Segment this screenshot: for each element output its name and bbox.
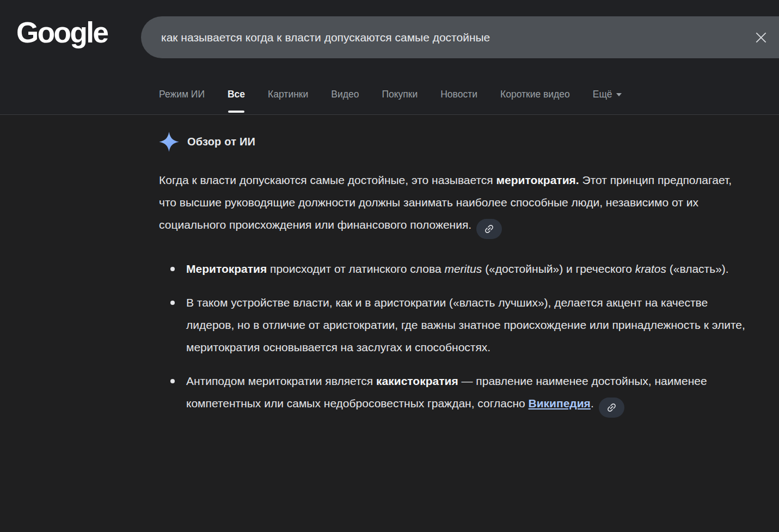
overview-paragraph: Когда к власти допускаются самые достойн…: [159, 169, 735, 239]
source-link-chip[interactable]: [599, 398, 624, 418]
source-link-chip[interactable]: [476, 219, 502, 239]
latin-term: meritus: [444, 262, 482, 275]
tab-videos[interactable]: Видео: [331, 88, 359, 114]
search-query-text[interactable]: как называется когда к власти допускаютс…: [141, 31, 490, 44]
tab-short-videos[interactable]: Короткие видео: [500, 88, 570, 114]
ai-overview-title: Обзор от ИИ: [187, 136, 255, 148]
bullet-bold-term: Меритократия: [186, 262, 267, 275]
link-icon: [603, 400, 619, 416]
tab-ai-mode[interactable]: Режим ИИ: [159, 88, 205, 114]
chevron-down-icon: [616, 93, 622, 96]
paragraph-text: Когда к власти допускаются самые достойн…: [159, 174, 496, 186]
search-box[interactable]: как называется когда к власти допускаютс…: [141, 16, 779, 58]
tab-more[interactable]: Ещё: [593, 88, 622, 114]
link-icon: [481, 221, 498, 237]
tab-news[interactable]: Новости: [440, 88, 477, 114]
search-tabs: Режим ИИ Все Картинки Видео Покупки Ново…: [159, 88, 622, 114]
paragraph-bold-term: меритократия.: [496, 174, 579, 186]
overview-bullet-list: Меритократия происходит от латинского сл…: [159, 258, 750, 418]
bullet-bold-term: какистократия: [376, 375, 458, 387]
ai-overview-section: Обзор от ИИ Когда к власти допускаются с…: [159, 131, 753, 429]
close-x-icon: [754, 30, 768, 45]
tab-shopping[interactable]: Покупки: [382, 88, 418, 114]
google-logo[interactable]: Google: [16, 15, 108, 50]
tab-all[interactable]: Все: [228, 88, 245, 114]
list-item: В таком устройстве власти, как и в арист…: [159, 291, 750, 358]
search-header: Google как называется когда к власти доп…: [0, 0, 779, 115]
tab-images[interactable]: Картинки: [268, 88, 308, 114]
greek-term: kratos: [635, 262, 666, 275]
wikipedia-link[interactable]: Википедия: [529, 397, 591, 409]
ai-overview-header: Обзор от ИИ: [159, 131, 753, 152]
list-item: Антиподом меритократии является какисток…: [159, 370, 750, 418]
gemini-sparkle-icon: [159, 132, 179, 152]
list-item: Меритократия происходит от латинского сл…: [159, 258, 750, 280]
clear-search-button[interactable]: [753, 29, 769, 46]
